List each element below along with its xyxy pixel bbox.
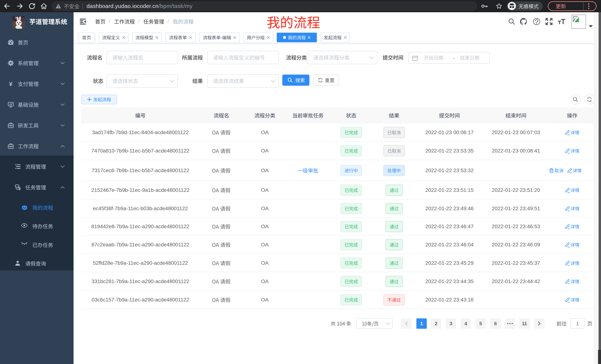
svg-text:¥: ¥ — [9, 81, 12, 87]
